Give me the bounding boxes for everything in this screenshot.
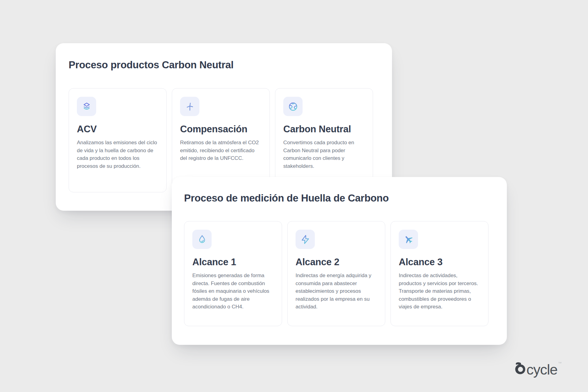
flame-icon [192, 230, 212, 249]
tile-description: Indirectas de actividades, productos y s… [399, 272, 480, 311]
tile-title: Alcance 2 [296, 257, 377, 268]
dcycle-logo-mark-icon [514, 361, 526, 376]
tile-description: Convertimos cada producto en Carbon Neut… [283, 139, 365, 170]
tile-title: Alcance 1 [192, 257, 274, 268]
tile-alcance-2: Alcance 2 Indirectas de energía adquirid… [287, 221, 385, 326]
page-background: Proceso productos Carbon Neutral ACV Ana… [0, 0, 588, 392]
tile-alcance-3: Alcance 3 Indirectas de actividades, pro… [390, 221, 488, 326]
tile-alcance-1: Alcance 1 Emisiones generadas de forma d… [184, 221, 282, 326]
trademark-symbol: ™ [558, 361, 562, 365]
tile-title: Alcance 3 [399, 257, 480, 268]
tile-title: Carbon Neutral [283, 124, 365, 135]
tile-title: ACV [77, 124, 158, 135]
scopes-tile-row: Alcance 1 Emisiones generadas de forma d… [184, 221, 488, 326]
dcycle-logo-text: cycle [526, 364, 557, 376]
tile-description: Analizamos las emisiones del ciclo de vi… [77, 139, 158, 170]
tile-carbon-neutral: Carbon Neutral Convertimos cada producto… [275, 88, 373, 192]
footprint-measurement-card: Proceso de medición de Huella de Carbono… [172, 177, 507, 345]
tile-acv: ACV Analizamos las emisiones del ciclo d… [69, 88, 167, 192]
layers-icon [77, 97, 96, 116]
tile-description: Retiramos de la atmósfera el CO2 emitido… [180, 139, 262, 162]
tile-title: Compensación [180, 124, 262, 135]
bolt-icon [296, 230, 315, 249]
dcycle-logo: cycle ™ [514, 361, 562, 376]
wind-turbine-icon [180, 97, 199, 116]
tile-description: Emisiones generadas de forma directa. Fu… [192, 272, 274, 311]
tile-compensacion: Compensación Retiramos de la atmósfera e… [172, 88, 270, 192]
products-tile-row: ACV Analizamos las emisiones del ciclo d… [69, 88, 373, 192]
section-title-products: Proceso productos Carbon Neutral [69, 59, 234, 71]
globe-icon [283, 97, 303, 116]
airplane-icon [399, 230, 418, 249]
tile-description: Indirectas de energía adquirida y consum… [296, 272, 377, 311]
section-title-scopes: Proceso de medición de Huella de Carbono [184, 192, 389, 204]
